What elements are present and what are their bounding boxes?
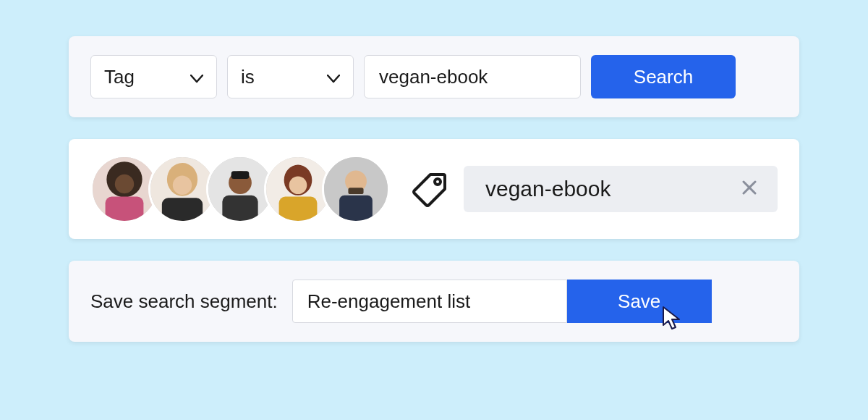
tag-chip-label: vegan-ebook	[485, 177, 737, 201]
svg-point-14	[289, 176, 307, 194]
filter-value-input[interactable]: vegan-ebook	[364, 55, 581, 98]
svg-point-2	[115, 175, 134, 193]
filter-field-dropdown[interactable]: Tag	[90, 55, 217, 98]
filter-field-value: Tag	[104, 66, 135, 88]
svg-rect-11	[222, 196, 258, 221]
svg-rect-3	[106, 197, 144, 221]
filter-value-text: vegan-ebook	[379, 66, 488, 88]
close-icon[interactable]	[737, 177, 762, 201]
search-button[interactable]: Search	[591, 55, 736, 98]
tag-icon	[412, 170, 449, 208]
chevron-down-icon	[327, 66, 340, 88]
filter-bar: Tag is vegan-ebook Search	[69, 36, 799, 117]
svg-point-20	[435, 179, 441, 185]
svg-rect-19	[339, 196, 373, 221]
svg-point-6	[173, 176, 192, 195]
svg-rect-7	[162, 198, 203, 221]
chevron-down-icon	[190, 66, 203, 88]
segment-name-input[interactable]: Re-engagement list	[292, 280, 567, 323]
save-button[interactable]: Save	[567, 280, 712, 323]
segment-name-value: Re-engagement list	[307, 290, 470, 313]
save-button-label: Save	[618, 290, 660, 313]
filter-operator-dropdown[interactable]: is	[227, 55, 354, 98]
results-row: vegan-ebook	[69, 139, 799, 239]
tag-chip: vegan-ebook	[464, 166, 778, 212]
svg-rect-18	[348, 188, 363, 194]
save-segment-label: Save search segment:	[90, 290, 278, 313]
svg-rect-15	[279, 197, 318, 221]
svg-rect-10	[231, 171, 250, 179]
filter-operator-value: is	[241, 66, 255, 88]
save-segment-bar: Save search segment: Re-engagement list …	[69, 261, 799, 342]
search-button-label: Search	[634, 66, 693, 88]
avatar-stack	[90, 155, 390, 223]
avatar	[322, 155, 390, 223]
cursor-icon	[661, 305, 683, 336]
